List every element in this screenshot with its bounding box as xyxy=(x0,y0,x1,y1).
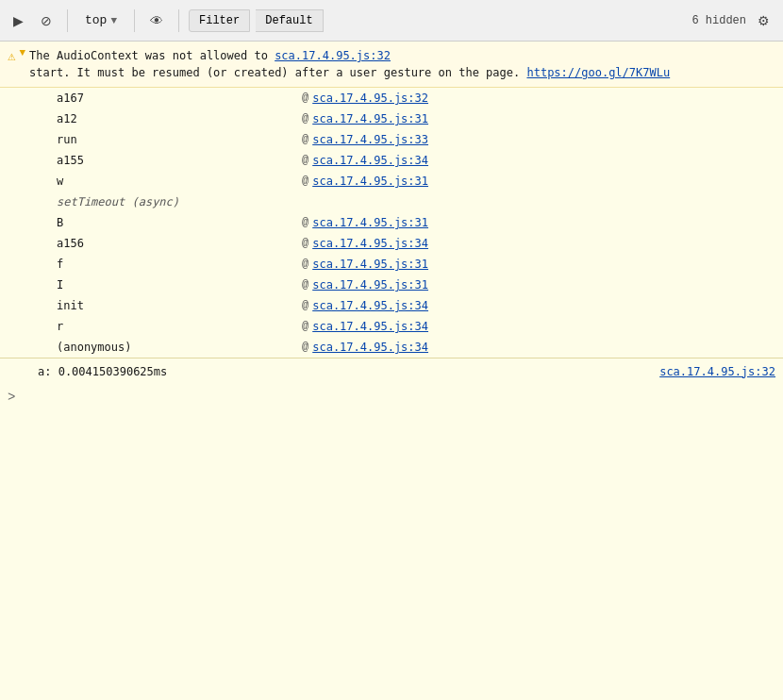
stack-frame-fn: run xyxy=(57,131,302,148)
stack-frame-row: run@ sca.17.4.95.js:33 xyxy=(0,129,783,150)
toolbar: ▶ ⊘ top ▼ 👁 Filter Default 6 hidden ⚙ xyxy=(0,0,783,42)
bottom-result-text: a: 0.004150390625ms xyxy=(38,365,167,378)
stack-frame-row: setTimeout (async) xyxy=(0,192,783,212)
stack-frame-row: a156@ sca.17.4.95.js:34 xyxy=(0,233,783,254)
stack-frame-at: @ xyxy=(302,235,308,252)
toolbar-divider-3 xyxy=(178,9,179,32)
stack-frame-row: w@ sca.17.4.95.js:31 xyxy=(0,171,783,192)
stack-frame-file-link[interactable]: sca.17.4.95.js:34 xyxy=(312,339,428,356)
stack-frame-file-link[interactable]: sca.17.4.95.js:31 xyxy=(312,173,428,190)
stack-frame-file-link[interactable]: sca.17.4.95.js:34 xyxy=(312,152,428,169)
stack-frame-fn: w xyxy=(57,173,302,190)
context-dropdown-arrow-icon: ▼ xyxy=(110,15,117,26)
toolbar-divider-1 xyxy=(67,9,68,32)
stack-frame-fn: B xyxy=(57,214,302,231)
stack-frame-fn: init xyxy=(57,297,302,314)
warning-row: ⚠ ▼ The AudioContext was not allowed to … xyxy=(0,42,783,88)
stack-frame-file-link[interactable]: sca.17.4.95.js:31 xyxy=(312,256,428,273)
stack-frames-container: a167@ sca.17.4.95.js:32a12@ sca.17.4.95.… xyxy=(0,88,783,358)
warning-url-link[interactable]: https://goo.gl/7K7WLu xyxy=(526,66,670,79)
stack-frame-fn: a156 xyxy=(57,235,302,252)
prompt-chevron-icon: > xyxy=(8,390,15,405)
stack-frame-at: @ xyxy=(302,173,308,190)
console-content: ⚠ ▼ The AudioContext was not allowed to … xyxy=(0,42,783,358)
warning-text-part2: start. It must be resumed (or created) a… xyxy=(29,66,526,79)
stack-frame-at: @ xyxy=(302,152,308,169)
stack-frame-at: @ xyxy=(302,131,308,148)
stack-frame-fn: a167 xyxy=(57,90,302,107)
context-label: top xyxy=(85,13,107,27)
settings-button[interactable]: ⚙ xyxy=(752,9,775,32)
warning-file-link-1[interactable]: sca.17.4.95.js:32 xyxy=(275,49,391,62)
stack-frame-row: I@ sca.17.4.95.js:31 xyxy=(0,275,783,295)
stack-frame-fn: (anonymous) xyxy=(57,339,302,356)
context-selector[interactable]: top ▼ xyxy=(77,10,125,30)
stack-frame-file-link[interactable]: sca.17.4.95.js:34 xyxy=(312,297,428,314)
expand-panel-button[interactable]: ▶ xyxy=(8,9,29,32)
stack-frame-at: @ xyxy=(302,256,308,273)
toolbar-divider-2 xyxy=(134,9,135,32)
stack-frame-fn: a155 xyxy=(57,152,302,169)
stack-frame-row: a167@ sca.17.4.95.js:32 xyxy=(0,88,783,108)
stack-frame-row: init@ sca.17.4.95.js:34 xyxy=(0,295,783,316)
stack-frame-at: @ xyxy=(302,339,308,356)
warning-text-part1: The AudioContext was not allowed to xyxy=(29,49,275,62)
stack-frame-fn: setTimeout (async) xyxy=(57,193,302,210)
stack-frame-file-link[interactable]: sca.17.4.95.js:31 xyxy=(312,214,428,231)
stack-frame-row: a12@ sca.17.4.95.js:31 xyxy=(0,108,783,129)
stack-frame-at: @ xyxy=(302,90,308,107)
stack-frame-fn: f xyxy=(57,256,302,273)
stack-frame-at: @ xyxy=(302,110,308,127)
stack-frame-file-link[interactable]: sca.17.4.95.js:34 xyxy=(312,235,428,252)
stack-frame-row: r@ sca.17.4.95.js:34 xyxy=(0,316,783,337)
stack-frame-file-link[interactable]: sca.17.4.95.js:34 xyxy=(312,318,428,335)
default-button[interactable]: Default xyxy=(256,9,323,32)
stack-frame-at: @ xyxy=(302,276,308,293)
warning-icon: ⚠ xyxy=(8,48,15,64)
block-button[interactable]: ⊘ xyxy=(35,9,58,32)
prompt-row: > xyxy=(0,384,783,410)
eye-button[interactable]: 👁 xyxy=(144,9,169,32)
stack-frame-at: @ xyxy=(302,214,308,231)
hidden-count-label: 6 hidden xyxy=(691,14,746,27)
stack-frame-file-link[interactable]: sca.17.4.95.js:32 xyxy=(312,90,428,107)
stack-frame-row: (anonymous)@ sca.17.4.95.js:34 xyxy=(0,337,783,358)
stack-frame-fn: a12 xyxy=(57,110,302,127)
settings-icon: ⚙ xyxy=(758,13,770,28)
filter-button[interactable]: Filter xyxy=(189,9,250,32)
warning-toggle-icon[interactable]: ▼ xyxy=(19,47,25,58)
warning-message: The AudioContext was not allowed to sca.… xyxy=(29,47,670,81)
eye-icon: 👁 xyxy=(150,13,163,28)
bottom-bar: a: 0.004150390625ms sca.17.4.95.js:32 xyxy=(0,358,783,384)
stack-frame-row: B@ sca.17.4.95.js:31 xyxy=(0,212,783,233)
bottom-file-link[interactable]: sca.17.4.95.js:32 xyxy=(659,365,775,378)
expand-panel-icon: ▶ xyxy=(13,13,24,28)
stack-frame-fn: r xyxy=(57,318,302,335)
stack-frame-row: f@ sca.17.4.95.js:31 xyxy=(0,254,783,275)
stack-frame-fn: I xyxy=(57,276,302,293)
stack-frame-at: @ xyxy=(302,318,308,335)
stack-frame-at: @ xyxy=(302,297,308,314)
stack-frame-row: a155@ sca.17.4.95.js:34 xyxy=(0,150,783,171)
stack-frame-file-link[interactable]: sca.17.4.95.js:31 xyxy=(312,276,428,293)
block-icon: ⊘ xyxy=(41,13,52,28)
stack-frame-file-link[interactable]: sca.17.4.95.js:31 xyxy=(312,110,428,127)
stack-frame-file-link[interactable]: sca.17.4.95.js:33 xyxy=(312,131,428,148)
